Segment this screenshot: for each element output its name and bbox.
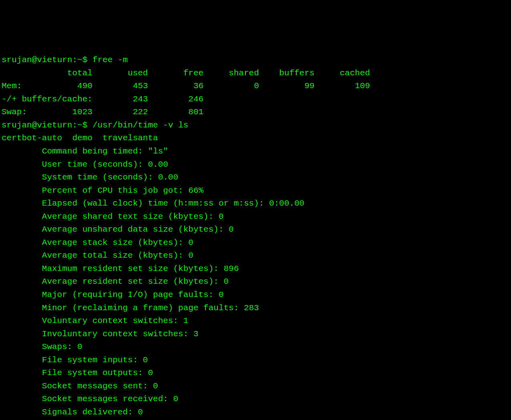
ls-output: certbot-auto demo travelsanta (2, 133, 158, 143)
prompt-colon: : (72, 55, 77, 65)
swap-free: 801 (188, 107, 203, 117)
mem-shared: 0 (254, 81, 259, 91)
bc-used: 243 (133, 95, 148, 104)
col-cached: cached (340, 69, 370, 78)
prompt-path: ~ (77, 55, 82, 65)
bc-label: -/+ buffers/cache: (2, 95, 93, 104)
prompt-at: @ (32, 121, 37, 130)
mem-free: 36 (193, 81, 203, 91)
prompt-line-1: srujan@vieturn:~$ free -m (2, 55, 128, 65)
mem-label: Mem: (2, 81, 22, 91)
mem-used: 453 (133, 81, 148, 91)
prompt-line-2: srujan@vieturn:~$ /usr/bin/time -v ls (2, 121, 188, 130)
time-output-block: Command being timed: "ls" User time (sec… (2, 147, 304, 420)
prompt-user: srujan (2, 121, 32, 130)
prompt-at: @ (32, 55, 37, 65)
prompt-colon: : (72, 121, 77, 130)
mem-cached: 109 (355, 81, 370, 91)
col-total: total (67, 69, 93, 78)
mem-total: 490 (77, 81, 93, 91)
bc-free: 246 (188, 95, 203, 104)
free-row-bufcache: -/+ buffers/cache: 243 246 (2, 95, 203, 104)
prompt-dollar: $ (82, 55, 88, 65)
swap-used: 222 (133, 107, 148, 117)
free-row-swap: Swap: 1023 222 801 (2, 107, 203, 117)
col-shared: shared (229, 69, 259, 78)
terminal-output: srujan@vieturn:~$ free -m total used fre… (2, 54, 509, 420)
command-free: free -m (93, 55, 128, 65)
swap-total: 1023 (72, 107, 92, 117)
mem-buffers: 99 (304, 81, 314, 91)
prompt-host: vieturn (37, 55, 72, 65)
prompt-user: srujan (2, 55, 32, 65)
command-time-ls: /usr/bin/time -v ls (93, 121, 188, 130)
col-free: free (183, 69, 203, 78)
prompt-path: ~ (77, 121, 82, 130)
prompt-dollar: $ (82, 121, 88, 130)
col-buffers: buffers (279, 69, 314, 78)
col-used: used (128, 69, 148, 78)
free-header-row: total used free shared buffers cached (2, 69, 370, 78)
free-row-mem: Mem: 490 453 36 0 99 109 (2, 81, 370, 91)
swap-label: Swap: (2, 107, 27, 117)
prompt-host: vieturn (37, 121, 72, 130)
